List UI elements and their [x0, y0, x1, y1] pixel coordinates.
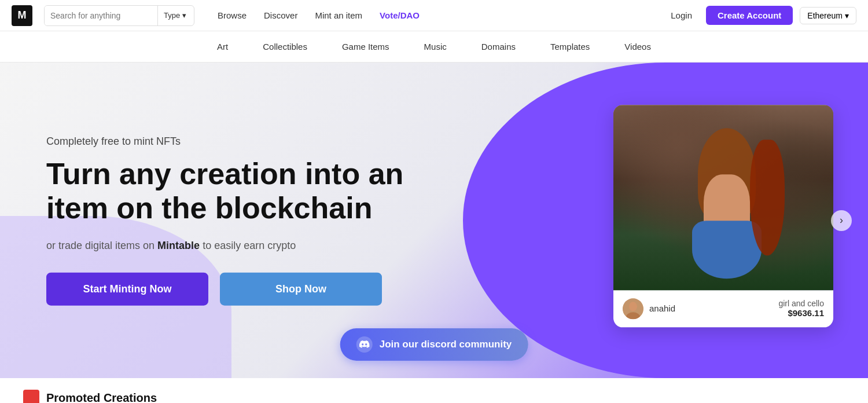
category-domains[interactable]: Domains	[481, 39, 516, 54]
discord-banner[interactable]: Join our discord community	[340, 328, 528, 361]
nav-browse[interactable]: Browse	[218, 10, 247, 20]
hero-buttons: Start Minting Now Shop Now	[46, 273, 403, 306]
nft-price: $9636.11	[778, 308, 824, 318]
carousel-next-arrow[interactable]: ›	[831, 210, 852, 231]
login-button[interactable]: Login	[664, 7, 699, 24]
nft-meta: girl and cello $9636.11	[778, 299, 824, 318]
main-nav: Browse Discover Mint an item Vote/DAO	[218, 10, 652, 20]
network-selector[interactable]: Ethereum ▾	[800, 7, 856, 24]
start-minting-button[interactable]: Start Minting Now	[46, 273, 208, 306]
hero-subtitle: Completely free to mint NFTs	[46, 135, 403, 147]
nft-user: anahid	[623, 298, 675, 319]
search-bar: Type ▾	[44, 5, 194, 26]
nft-skirt	[692, 221, 762, 279]
hero-desc-prefix: or trade digital items on	[46, 240, 155, 251]
network-arrow: ▾	[845, 11, 849, 20]
shop-now-button[interactable]: Shop Now	[220, 273, 382, 306]
svg-point-3	[629, 302, 637, 311]
nft-figure	[686, 128, 779, 290]
hero-content: Completely free to mint NFTs Turn any cr…	[46, 135, 403, 306]
nft-info: anahid girl and cello $9636.11	[613, 290, 833, 327]
nav-mint[interactable]: Mint an item	[315, 10, 362, 20]
hero-brand: Mintable	[157, 240, 200, 251]
category-nav: Art Collectibles Game Items Music Domain…	[0, 31, 868, 63]
nft-title: girl and cello	[778, 299, 824, 308]
nft-image	[613, 105, 833, 290]
promoted-section: Promoted Creations	[0, 378, 868, 403]
category-templates[interactable]: Templates	[550, 39, 590, 54]
type-dropdown-chevron: ▾	[182, 11, 186, 20]
discord-icon	[356, 336, 373, 353]
nft-card[interactable]: anahid girl and cello $9636.11	[613, 105, 833, 327]
promoted-header: Promoted Creations	[23, 390, 845, 403]
hero-title-line2: item on the blockchain	[46, 191, 372, 225]
category-game-items[interactable]: Game Items	[342, 39, 389, 54]
logo-text: M	[18, 9, 27, 21]
create-account-button[interactable]: Create Account	[706, 6, 793, 25]
discord-logo	[359, 340, 370, 349]
discord-label: Join our discord community	[380, 339, 512, 350]
category-videos[interactable]: Videos	[624, 39, 651, 54]
hero-desc-suffix: to easily earn crypto	[203, 240, 296, 251]
category-music[interactable]: Music	[424, 39, 447, 54]
logo[interactable]: M	[12, 5, 32, 26]
category-art[interactable]: Art	[217, 39, 228, 54]
search-button[interactable]	[192, 6, 194, 25]
promoted-icon	[23, 390, 39, 403]
hero-description: or trade digital items on Mintable to ea…	[46, 240, 403, 252]
nft-username: anahid	[649, 303, 675, 313]
hero-title-line1: Turn any creation into an	[46, 156, 403, 190]
nav-discover[interactable]: Discover	[264, 10, 297, 20]
nav-vote[interactable]: Vote/DAO	[380, 10, 420, 20]
type-label: Type	[164, 11, 180, 20]
top-nav: M Type ▾ Browse Discover Mint an item Vo…	[0, 0, 868, 31]
network-label: Ethereum	[807, 11, 843, 20]
nav-right: Login Create Account Ethereum ▾	[664, 6, 856, 25]
type-dropdown[interactable]: Type ▾	[157, 6, 192, 25]
promoted-title: Promoted Creations	[46, 391, 157, 404]
nft-cello	[750, 140, 785, 255]
search-input[interactable]	[45, 6, 157, 25]
avatar	[623, 298, 643, 319]
avatar-image	[623, 298, 643, 319]
arrow-icon: ›	[840, 214, 843, 226]
hero-title: Turn any creation into an item on the bl…	[46, 156, 403, 226]
hero-section: Completely free to mint NFTs Turn any cr…	[0, 63, 868, 378]
category-collectibles[interactable]: Collectibles	[263, 39, 307, 54]
